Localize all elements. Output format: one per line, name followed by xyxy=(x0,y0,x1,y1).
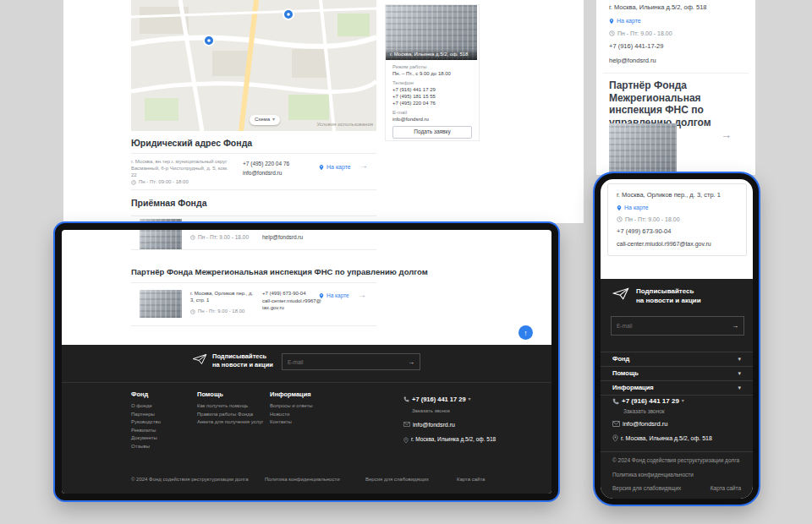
mobile-accordion-menu: Фонд ▾ Помощь ▾ Информация ▾ xyxy=(601,352,753,396)
footer-email-link[interactable]: info@fondsrd.ru xyxy=(612,420,667,428)
mail-icon xyxy=(403,422,410,427)
paper-plane-icon xyxy=(612,287,629,300)
footer-column-fund: Фонд О фонде Партнеры Руководство Реквиз… xyxy=(131,390,161,450)
reception-card-top-border xyxy=(131,216,376,216)
phone-icon xyxy=(403,396,409,402)
submit-request-label: Подать заявку xyxy=(414,128,450,135)
submit-request-button[interactable]: Подать заявку xyxy=(392,126,472,139)
newsletter-email-input[interactable] xyxy=(283,359,403,365)
partner-phone-link[interactable]: +7 (499) 673-90-04 xyxy=(262,291,306,297)
office-email-link[interactable]: info@fondsrd.ru xyxy=(392,117,429,123)
partner-section-title: Партнёр Фонда Межрегиональная инспекция … xyxy=(609,79,743,129)
clock-icon xyxy=(190,235,195,240)
chevron-down-icon: ▾ xyxy=(682,398,684,405)
pin-icon xyxy=(617,205,622,211)
copyright-text: © 2024 Фонд содействия реструктуризации … xyxy=(131,477,248,483)
newsletter-form: → xyxy=(282,353,420,370)
map[interactable]: Схема ▾ Условия использования xyxy=(131,0,376,131)
divider xyxy=(131,249,376,250)
map-link[interactable]: На карте xyxy=(617,204,649,211)
newsletter-email-input[interactable] xyxy=(612,323,727,329)
clock-icon xyxy=(617,216,623,222)
sitemap-link[interactable]: Карта сайта xyxy=(710,485,741,492)
site-footer: Подписывайтесь на новости и акции → Фонд… xyxy=(601,279,753,499)
office-photo: г. Москва, Ильинка д.5/2, оф. 518 xyxy=(386,5,477,60)
legal-email-link[interactable]: info@fondsrd.ru xyxy=(243,170,282,177)
footer-email-link[interactable]: info@fondsrd.ru xyxy=(403,421,455,428)
menu-item-label: Помощь xyxy=(612,369,639,378)
footer-link[interactable]: О фонде xyxy=(131,402,161,411)
section-arrow-button[interactable]: → xyxy=(721,128,732,141)
partner-phone-link[interactable]: +7 (499) 673-90-04 xyxy=(617,227,671,236)
footer-link[interactable]: Руководство xyxy=(131,418,161,427)
subscribe-title-line2: на новости и акции xyxy=(212,361,273,369)
chevron-down-icon: ▾ xyxy=(738,369,741,377)
footer-phone-link[interactable]: +7 (916) 441 17 29 ▾ xyxy=(403,396,471,404)
map-layer-control[interactable]: Схема ▾ xyxy=(250,115,280,125)
office-phone-link[interactable]: +7 (495) 220 04 76 xyxy=(392,101,436,107)
tablet-screen: Пн - Пт: 9.00 - 18.00 help@fondsrd.ru Па… xyxy=(62,230,551,494)
partner-section-title: Партнёр Фонда Межрегиональная инспекция … xyxy=(131,267,428,276)
legal-hours-label: Пн - Пт: 09:00 - 18:00 xyxy=(139,179,189,186)
accessibility-version-link[interactable]: Версия для слабовидящих xyxy=(612,485,681,492)
copyright-text: © 2024 Фонд содействия реструктуризации … xyxy=(612,457,739,464)
sitemap-link[interactable]: Карта сайта xyxy=(457,477,485,483)
reception-email-link[interactable]: help@fondsrd.ru xyxy=(262,234,303,241)
callback-link[interactable]: Заказать звонок xyxy=(412,408,543,415)
map-pin-marker[interactable] xyxy=(283,9,294,19)
pin-icon xyxy=(612,434,618,442)
footer-phone-link[interactable]: +7 (916) 441 17 29 ▾ xyxy=(612,397,684,406)
reception-hours: Пн - Пт: 9.00 - 18.00 xyxy=(609,30,672,37)
menu-item-info[interactable]: Информация ▾ xyxy=(601,381,753,396)
reception-hours: Пн - Пт: 9.00 - 18.00 xyxy=(190,234,249,241)
footer-link[interactable]: Анкета для получения услуг xyxy=(197,418,263,427)
office-hours-label: Режим работы xyxy=(392,64,427,71)
legal-phone-link[interactable]: +7 (495) 220 04 76 xyxy=(243,161,289,167)
card-arrow-button[interactable]: → xyxy=(359,161,368,170)
map-terms-link[interactable]: Условия использования xyxy=(316,122,373,128)
partner-email-link[interactable]: call-center.miudol.r9967@tax.gov.ru xyxy=(617,240,742,248)
footer-link[interactable]: Реквизиты xyxy=(131,427,161,435)
footer-link[interactable]: Партнеры xyxy=(131,411,161,419)
privacy-policy-link[interactable]: Политика конфиденциальности xyxy=(612,472,694,478)
footer-link[interactable]: Отзывы xyxy=(131,443,161,451)
menu-item-help[interactable]: Помощь ▾ xyxy=(601,367,753,381)
chevron-down-icon: ▾ xyxy=(738,355,741,363)
partner-address: г. Москва, Орликов пер., д. 3, стр. 1 xyxy=(617,191,739,199)
footer-bottom-row: Версия для слабовидящих Карта сайта xyxy=(612,485,741,492)
map-link[interactable]: На карте xyxy=(609,17,641,25)
subscribe-title-line1: Подписывайтесь xyxy=(212,352,266,361)
reception-title: Приёмная Фонда xyxy=(131,198,206,208)
reception-hours-label: Пн - Пт: 9.00 - 18.00 xyxy=(198,234,249,241)
footer-link[interactable]: Вопросы и ответы xyxy=(270,402,313,411)
newsletter-submit-button[interactable]: → xyxy=(403,358,420,366)
legal-hours: Пн - Пт: 09:00 - 18:00 xyxy=(131,179,189,186)
newsletter-submit-button[interactable]: → xyxy=(727,322,743,330)
privacy-policy-link[interactable]: Политика конфиденциальности xyxy=(265,477,340,483)
chevron-down-icon: ▾ xyxy=(469,396,471,403)
office-phone-link[interactable]: +7 (916) 441 17 29 xyxy=(392,87,436,94)
map-pin-marker[interactable] xyxy=(204,35,214,46)
partner-address: г. Москва, Орликов пер., д. 3, стр. 1 xyxy=(190,291,258,304)
newsletter-form: → xyxy=(611,316,744,336)
callback-link[interactable]: Заказать звонок xyxy=(623,408,665,415)
map-link[interactable]: На карте xyxy=(319,292,349,299)
footer-link[interactable]: Контакты xyxy=(270,418,313,427)
legal-address-card: г. Москва, вн.тер.г. муниципальный округ… xyxy=(131,153,376,190)
paper-plane-icon xyxy=(192,353,207,365)
footer-link[interactable]: Как получить помощь xyxy=(197,402,263,411)
clock-icon xyxy=(190,309,195,314)
map-link[interactable]: На карте xyxy=(319,163,351,171)
office-phone-link[interactable]: +7 (495) 181 15 55 xyxy=(392,94,436,101)
accessibility-version-link[interactable]: Версия для слабовидящих xyxy=(365,477,429,483)
footer-link[interactable]: Правила работы Фонда xyxy=(197,411,263,419)
footer-link[interactable]: Новости xyxy=(270,411,313,419)
partner-email-link[interactable]: call-center.miudol.r9967@tax.gov.ru xyxy=(262,298,321,312)
reception-email-link[interactable]: help@fondsrd.ru xyxy=(609,57,656,65)
map-link-label: На карте xyxy=(326,163,351,171)
reception-phone-link[interactable]: +7 (916) 441-17-29 xyxy=(609,42,663,51)
scroll-to-top-button[interactable]: ↑ xyxy=(518,325,533,340)
footer-link[interactable]: Документы xyxy=(131,434,161,443)
menu-item-fund[interactable]: Фонд ▾ xyxy=(601,352,753,367)
card-arrow-button[interactable]: → xyxy=(358,290,366,299)
